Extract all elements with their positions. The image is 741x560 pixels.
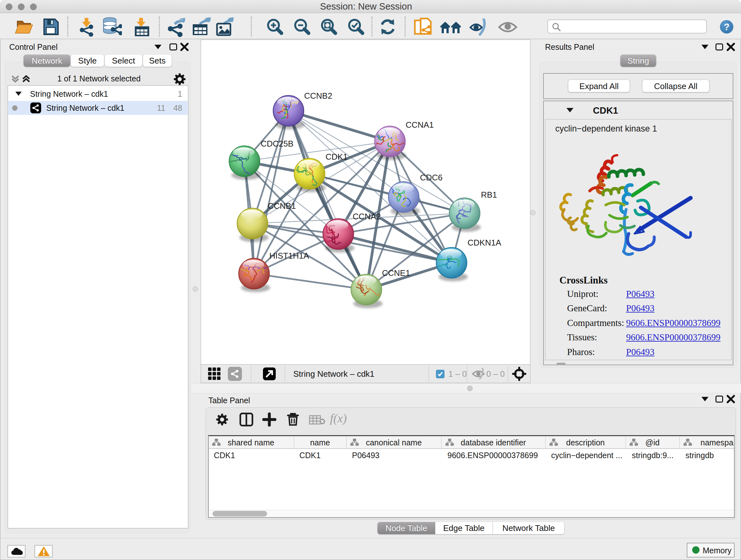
- svg-text:CDK1: CDK1: [326, 152, 347, 162]
- svg-text:HIST1H1A: HIST1H1A: [269, 251, 309, 260]
- svg-text:CCNB1: CCNB1: [268, 201, 296, 211]
- svg-text:CCNB2: CCNB2: [304, 91, 332, 101]
- svg-text:CCNA1: CCNA1: [406, 120, 434, 130]
- svg-text:CDC6: CDC6: [420, 173, 443, 182]
- svg-text:RB1: RB1: [481, 190, 497, 199]
- svg-text:CCNA2: CCNA2: [353, 212, 381, 221]
- svg-text:CCNE1: CCNE1: [382, 268, 410, 278]
- svg-text:CDKN1A: CDKN1A: [468, 238, 501, 247]
- svg-text:CDC25B: CDC25B: [261, 139, 293, 148]
